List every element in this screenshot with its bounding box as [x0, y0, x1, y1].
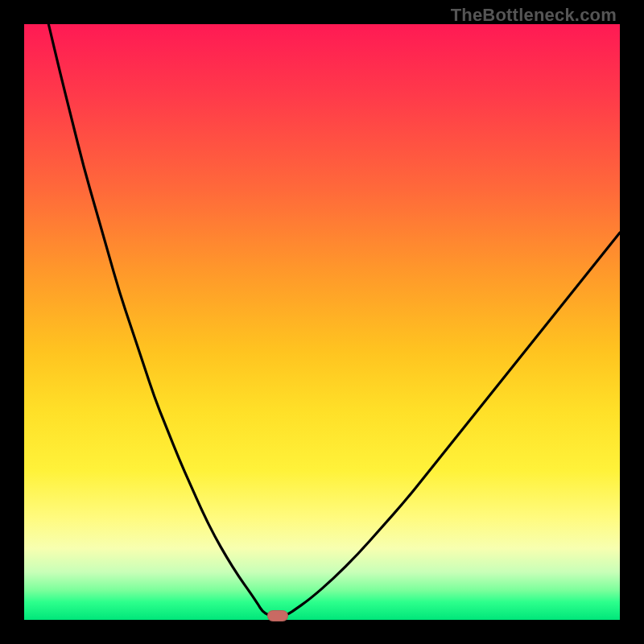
plot-area	[24, 24, 620, 620]
valley-marker	[267, 610, 288, 621]
bottleneck-curve	[24, 24, 620, 620]
attribution-label: TheBottleneck.com	[451, 5, 617, 26]
chart-frame: TheBottleneck.com	[0, 0, 644, 644]
curve-path	[48, 24, 620, 617]
